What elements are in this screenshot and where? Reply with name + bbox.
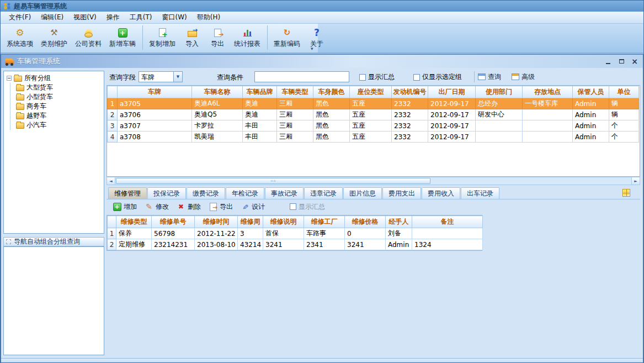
cell-repair-desc[interactable]: 首保 (263, 228, 304, 239)
search-button[interactable]: 查询 (474, 71, 504, 82)
cell-brand[interactable]: 丰田 (243, 131, 277, 143)
cell-keeper[interactable]: Admin (573, 98, 609, 109)
cell-name[interactable]: 奥迪Q5 (192, 109, 243, 120)
detail-toolbar-button[interactable]: 设计 (237, 201, 269, 213)
cell-seats[interactable]: 五座 (350, 120, 392, 131)
cell-department[interactable]: 总经办 (476, 98, 523, 109)
show-summary-checkbox[interactable]: 显示汇总 (359, 72, 395, 82)
toolbar-button[interactable]: 关于 (304, 25, 329, 50)
detail-toolbar-button[interactable]: 修改 (141, 201, 173, 213)
column-header[interactable]: 备注 (412, 216, 483, 228)
toolbar-button[interactable]: 系统选项 (3, 25, 37, 50)
cell-repair-desc[interactable]: 3241 (263, 239, 304, 250)
column-header[interactable]: 单位 (609, 86, 639, 98)
toolbar-button[interactable]: 复制增加 (142, 25, 179, 50)
repair-row[interactable]: 2 定期维修 23214231 2013-08-10 43214 3241 23… (108, 239, 483, 250)
menu-item[interactable]: 帮助(H) (192, 12, 225, 23)
column-header[interactable]: 车辆品牌 (243, 86, 277, 98)
menu-item[interactable]: 操作 (102, 12, 125, 23)
detail-tab[interactable]: 出车记录 (461, 187, 499, 199)
cell-type[interactable]: 三厢 (277, 131, 313, 143)
cell-engine-no[interactable]: 2332 (392, 131, 428, 143)
detail-tab[interactable]: 维修管理 (108, 187, 147, 199)
toolbar-button[interactable]: 新增车辆 (105, 25, 140, 50)
detail-tab[interactable]: 违章记录 (304, 187, 343, 199)
cell-type[interactable]: 三厢 (277, 109, 313, 120)
cell-keeper[interactable]: Admin (573, 131, 609, 143)
cell-repair-factory[interactable]: 2341 (304, 239, 345, 250)
cell-seats[interactable]: 五座 (350, 109, 392, 120)
chevron-down-icon[interactable]: ▼ (173, 72, 182, 82)
cell-remark[interactable]: 1324 (412, 239, 483, 250)
column-header[interactable]: 维修时间 (195, 216, 238, 228)
column-header[interactable]: 车辆名称 (192, 86, 243, 98)
cell-repair-no[interactable]: 23214231 (152, 239, 195, 250)
column-header[interactable]: 保管人员 (573, 86, 609, 98)
cell-color[interactable]: 黑色 (313, 131, 350, 143)
checkbox-icon[interactable] (413, 74, 420, 81)
toolbar-button[interactable]: 统计报表 (230, 25, 264, 50)
checkbox-icon[interactable] (359, 74, 366, 81)
detail-toolbar-button[interactable]: 删除 (173, 201, 205, 213)
vehicle-row[interactable]: 3 a3707 卡罗拉 丰田 三厢 黑色 五座 2332 2012-09-17 (108, 120, 639, 131)
scroll-left-icon[interactable]: ◄ (107, 177, 115, 185)
grid-icon[interactable] (622, 189, 630, 197)
column-header[interactable]: 出厂日期 (428, 86, 476, 98)
cell-color[interactable]: 黑色 (313, 98, 350, 109)
query-field-select[interactable]: 车牌 ▼ (139, 71, 183, 82)
only-selected-group-checkbox[interactable]: 仅显示选定组 (413, 72, 462, 82)
column-header[interactable]: 车牌 (118, 86, 192, 98)
detail-tab[interactable]: 投保记录 (147, 187, 186, 199)
cell-location[interactable] (523, 120, 573, 131)
tree-item[interactable]: 大型货车 (14, 83, 103, 92)
cell-department[interactable] (476, 131, 523, 143)
menu-item[interactable]: 视图(V) (68, 12, 102, 23)
cell-factory-date[interactable]: 2012-09-17 (428, 109, 476, 120)
collapse-icon[interactable] (7, 76, 12, 81)
toolbar-overflow-icon[interactable]: ▾ (311, 46, 313, 51)
cell-color[interactable]: 黑色 (313, 120, 350, 131)
menu-item[interactable]: 编辑(E) (36, 12, 68, 23)
nav-group-query-bar[interactable]: 导航自动组合分组查询 (3, 237, 104, 246)
column-header[interactable]: 存放地点 (523, 86, 573, 98)
cell-handler[interactable]: Admin (386, 239, 412, 250)
minimize-button[interactable] (604, 57, 613, 66)
cell-type[interactable]: 三厢 (277, 120, 313, 131)
cell-name[interactable]: 凯美瑞 (192, 131, 243, 143)
cell-handler[interactable]: 刘备 (386, 228, 412, 239)
cell-brand[interactable]: 丰田 (243, 120, 277, 131)
cell-seats[interactable]: 五座 (350, 98, 392, 109)
column-header[interactable]: 维修说明 (263, 216, 304, 228)
tree-item[interactable]: 小汽车 (14, 120, 103, 130)
detail-tab[interactable]: 费用支出 (382, 187, 421, 199)
cell-seats[interactable]: 五座 (350, 131, 392, 143)
cell-type[interactable]: 三厢 (277, 98, 313, 109)
cell-plate[interactable]: a3705 (118, 98, 192, 109)
detail-tab[interactable]: 年检记录 (226, 187, 264, 199)
tree-root-all-groups[interactable]: 所有分组 (5, 73, 103, 83)
column-header[interactable]: 维修单号 (152, 216, 195, 228)
column-header[interactable]: 维修类型 (116, 216, 152, 228)
cell-location[interactable] (523, 131, 573, 143)
cell-name[interactable]: 卡罗拉 (192, 120, 243, 131)
cell-color[interactable]: 黑色 (313, 109, 350, 120)
cell-repair-type[interactable]: 定期维修 (116, 239, 152, 250)
column-header[interactable]: 经手人 (386, 216, 412, 228)
column-header[interactable]: 车身颜色 (313, 86, 350, 98)
cell-repair-no[interactable]: 56798 (152, 228, 195, 239)
menu-item[interactable]: 工具(T) (125, 12, 157, 23)
cell-repair-date[interactable]: 2012-11-22 (195, 228, 238, 239)
cell-unit[interactable]: 个 (609, 131, 639, 143)
horizontal-scrollbar[interactable]: ◄ ► (107, 177, 640, 185)
vehicle-row[interactable]: 1 a3705 奥迪A6L 奥迪 三厢 黑色 五座 2332 2012-09-1 (108, 98, 639, 109)
advanced-button[interactable]: 高级 (508, 71, 538, 82)
cell-remark[interactable] (412, 228, 483, 239)
cell-repair-type[interactable]: 保养 (116, 228, 152, 239)
cell-plate[interactable]: a3708 (118, 131, 192, 143)
cell-plate[interactable]: a3707 (118, 120, 192, 131)
close-button[interactable]: × (630, 57, 639, 66)
column-header[interactable]: 使用部门 (476, 86, 523, 98)
cell-location[interactable]: 一号楼车库 (523, 98, 573, 109)
cell-engine-no[interactable]: 2332 (392, 120, 428, 131)
scrollbar-thumb[interactable] (116, 178, 430, 184)
